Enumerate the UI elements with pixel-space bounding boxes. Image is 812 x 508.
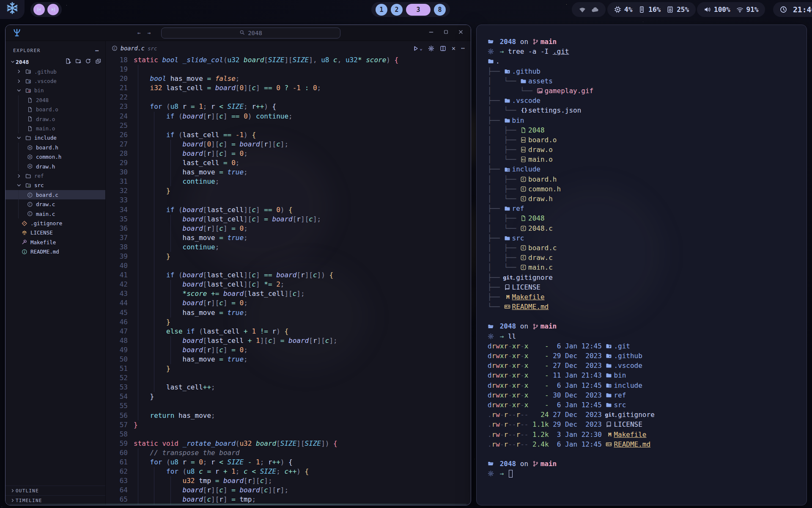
timeline-section[interactable]: TIMELINE [5,495,105,505]
workspace-2[interactable]: 2 [391,4,403,16]
explorer-item-main.o[interactable]: main.o [5,124,105,133]
media-next-button[interactable] [47,4,59,15]
explorer-item-draw.h[interactable]: Hdraw.h [5,162,105,171]
code-line-34[interactable]: 34 if (board[last_cell][c] == 0) { [106,205,471,215]
explorer-item-.vscode[interactable]: .vscode [5,76,105,86]
code-line-50[interactable]: 50 has_move = true; [106,355,471,364]
explorer-item-include[interactable]: include [5,133,105,143]
explorer-item-.github[interactable]: .github [5,67,105,76]
workspace-8[interactable]: 8 [434,4,446,16]
split-toolbar-button[interactable] [440,45,446,52]
code-line-39[interactable]: 39 } [106,252,471,261]
code-line-57[interactable]: 57} [106,420,471,430]
code-line-64[interactable]: 64 board[r][c] = board[c][r]; [106,486,471,495]
code-line-42[interactable]: 42 board[last_cell][c] *= 2; [106,280,471,289]
tab-board-c[interactable]: C board.c src [106,41,163,55]
explorer-item-draw.o[interactable]: draw.o [5,114,105,124]
code-line-43[interactable]: 43 *score += board[last_cell][c]; [106,289,471,298]
explorer-menu-icon[interactable]: ⋯ [95,47,99,54]
code-line-35[interactable]: 35 board[last_cell][c] = board[r][c]; [106,215,471,224]
collapse-all-button[interactable] [95,58,102,66]
code-line-21[interactable]: 21 i32 last_cell = board[0][c] == 0 ? -1… [106,83,471,93]
code-line-20[interactable]: 20 bool has_move = false; [106,74,471,83]
code-line-25[interactable]: 25 [106,121,471,130]
code-line-40[interactable]: 40 [106,261,471,271]
explorer-item-src[interactable]: src [5,181,105,190]
launcher-button[interactable] [0,0,25,19]
workspace-3[interactable]: 3 [406,4,431,16]
code-editor[interactable]: 18static bool _slide_col(u32 board[SIZE]… [106,55,471,505]
explorer-item-bin[interactable]: bin [5,86,105,95]
code-line-58[interactable]: 58 [106,430,471,439]
explorer-item-README.md[interactable]: README.md [5,247,105,256]
refresh-button[interactable] [85,58,91,66]
explorer-item-board.c[interactable]: Cboard.c [5,190,105,199]
code-line-56[interactable]: 56 return has_move; [106,411,471,420]
code-line-23[interactable]: 23 for (u8 r = 1; r < SIZE; r++) { [106,102,471,111]
explorer-item-ref[interactable]: ref [5,171,105,180]
explorer-item-board.h[interactable]: Hboard.h [5,143,105,152]
kebab-toolbar-button[interactable]: ⋯ [461,44,465,52]
code-line-29[interactable]: 29 last_cell = 0; [106,158,471,168]
code-line-37[interactable]: 37 has_move = true; [106,233,471,243]
code-line-24[interactable]: 24 if (board[r][c] == 0) continue; [106,112,471,121]
code-line-47[interactable]: 47 else if (last_cell + 1 != r) { [106,327,471,336]
code-line-46[interactable]: 46 } [106,318,471,327]
chevron-right-icon [16,78,22,84]
outline-section[interactable]: OUTLINE [5,486,105,495]
code-line-45[interactable]: 45 has_move = true; [106,308,471,318]
command-center-search[interactable]: 2048 [161,28,340,39]
code-line-19[interactable]: 19 [106,65,471,74]
close-x-toolbar-button[interactable]: ✕ [452,44,455,52]
code-line-44[interactable]: 44 board[r][c] = 0; [106,298,471,308]
nav-forward-icon[interactable]: → [148,28,151,36]
explorer-item-.gitignore[interactable]: .gitignore [5,218,105,228]
code-line-26[interactable]: 26 if (last_cell == -1) { [106,130,471,140]
code-line-60[interactable]: 60 // transpose the board [106,448,471,458]
code-line-27[interactable]: 27 board[0][c] = board[r][c]; [106,140,471,149]
code-line-65[interactable]: 65 board[c][r] = tmp; [106,495,471,504]
explorer-item-main.c[interactable]: Cmain.c [5,209,105,218]
code-line-62[interactable]: 62 for (u8 c = r + 1; c < SIZE; c++) { [106,467,471,476]
explorer-project-row[interactable]: 2048 [5,57,105,67]
explorer-item-Makefile[interactable]: Makefile [5,237,105,247]
explorer-item-board.o[interactable]: board.o [5,105,105,114]
media-prev-button[interactable] [33,4,45,15]
code-line-28[interactable]: 28 board[r][c] = 0; [106,149,471,158]
code-line-61[interactable]: 61 for (u8 r = 0; r < SIZE - 1; r++) { [106,458,471,467]
explorer-item-draw.c[interactable]: Cdraw.c [5,199,105,209]
workspace-1[interactable]: 1 [376,4,387,16]
code-line-30[interactable]: 30 has_move = true; [106,168,471,177]
run-toolbar-button[interactable] [413,45,419,52]
code-line-36[interactable]: 36 board[r][c] = 0; [106,224,471,233]
explorer-item-common.h[interactable]: Hcommon.h [5,152,105,162]
code-line-59[interactable]: 59static void _rotate_board(u32 board[SI… [106,439,471,448]
code-line-51[interactable]: 51 } [106,364,471,373]
explorer-item-2048[interactable]: 2048 [5,95,105,105]
code-line-53[interactable]: 53 last_cell++; [106,383,471,392]
code-line-38[interactable]: 38 continue; [106,243,471,252]
minimize-button[interactable] [428,29,434,35]
nav-back-icon[interactable]: ← [137,28,141,36]
code-line-32[interactable]: 32 } [106,186,471,196]
explorer-item-LICENSE[interactable]: LICENSE [5,228,105,237]
code-line-18[interactable]: 18static bool _slide_col(u32 board[SIZE]… [106,55,471,65]
code-line-55[interactable]: 55 [106,401,471,411]
gear-toolbar-button[interactable] [428,45,434,52]
code-line-48[interactable]: 48 board[last_cell + 1][c] = board[r][c]… [106,336,471,345]
code-line-22[interactable]: 22 [106,93,471,102]
editor-titlebar[interactable]: ← → 2048 [5,25,471,41]
terminal-body[interactable]: 2048 on main → tree -a -I .git.├── .gith… [477,25,807,505]
code-line-41[interactable]: 41 if (board[last_cell][c] == board[r][c… [106,271,471,280]
maximize-button[interactable] [443,29,449,35]
new-file-button[interactable] [65,58,71,66]
new-folder-button[interactable] [75,58,82,66]
code-line-54[interactable]: 54 } [106,392,471,401]
code-line-49[interactable]: 49 board[r][c] = 0; [106,345,471,355]
code-line-31[interactable]: 31 continue; [106,177,471,186]
code-line-63[interactable]: 63 u32 tmp = board[r][c]; [106,476,471,486]
tree-row: ├── git.gitignore [488,273,799,282]
code-line-33[interactable]: 33 [106,196,471,205]
code-line-52[interactable]: 52 [106,373,471,383]
close-button[interactable] [458,29,464,35]
